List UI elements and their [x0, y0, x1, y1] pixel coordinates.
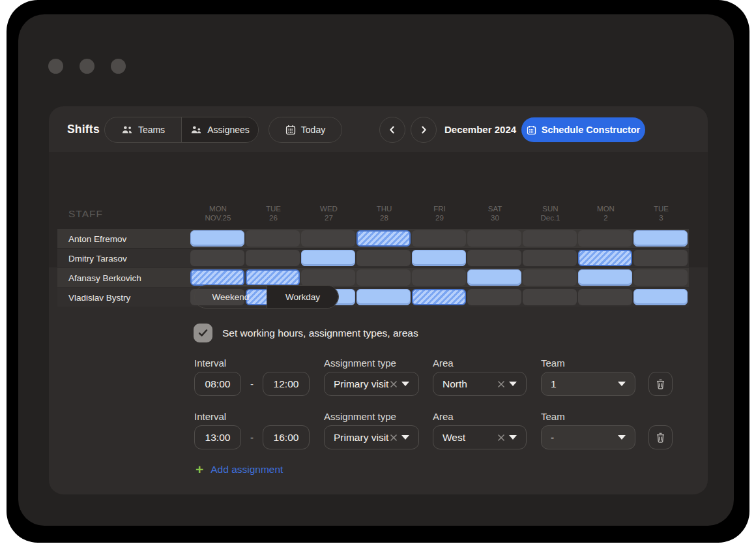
shift-cell[interactable]	[301, 250, 355, 266]
shift-cell[interactable]	[412, 230, 466, 247]
shift-cell[interactable]	[633, 250, 688, 266]
delete-assignment-button[interactable]	[648, 372, 673, 396]
chevron-down-icon	[509, 435, 517, 440]
day-header-dow: MON	[190, 204, 246, 213]
shift-cell[interactable]	[578, 289, 632, 305]
teams-icon	[121, 125, 133, 134]
trash-icon	[656, 432, 665, 443]
shift-cell[interactable]	[246, 230, 300, 247]
staff-name: Anton Efremov	[68, 234, 126, 243]
day-header: SAT30	[467, 204, 523, 222]
clear-icon[interactable]	[389, 433, 398, 442]
chevron-down-icon	[401, 435, 409, 440]
shift-cell[interactable]	[412, 289, 466, 305]
day-header: THU28	[356, 204, 412, 222]
interval-from-input[interactable]: 13:00	[194, 425, 241, 449]
daytype-switcher: Weekend Workday	[194, 285, 339, 309]
clear-icon[interactable]	[389, 380, 398, 389]
next-week-button[interactable]	[411, 117, 437, 143]
day-header: MON2	[578, 204, 633, 222]
today-button[interactable]: Today	[269, 117, 342, 143]
day-header-dow: FRI	[412, 204, 467, 213]
day-header: FRI29	[412, 204, 467, 222]
shift-cell[interactable]	[467, 230, 521, 247]
settings-checkbox[interactable]	[194, 324, 212, 342]
shift-cell[interactable]	[190, 250, 244, 266]
staff-row: Anton Efremov	[57, 229, 689, 248]
shift-cell[interactable]	[356, 289, 411, 305]
assignment-type-select[interactable]: Primary visit	[324, 425, 419, 449]
shift-cell[interactable]	[578, 230, 632, 247]
shift-cell[interactable]	[356, 230, 411, 247]
interval-from-input[interactable]: 08:00	[194, 372, 241, 396]
shift-cell[interactable]	[467, 269, 521, 286]
team-select[interactable]: 1	[541, 372, 635, 396]
day-header: TUE26	[246, 204, 301, 222]
window-dot-1[interactable]	[48, 59, 63, 74]
tab-workday[interactable]: Workday	[267, 286, 338, 308]
shift-cell[interactable]	[356, 269, 411, 286]
tab-workday-label: Workday	[285, 292, 320, 302]
shift-cell[interactable]	[356, 250, 411, 266]
prev-week-button[interactable]	[379, 117, 405, 143]
shift-cell[interactable]	[246, 250, 300, 266]
team-label: Team	[541, 357, 565, 369]
shift-cell[interactable]	[578, 250, 632, 266]
team-select[interactable]: -	[541, 425, 635, 449]
assignment-row: IntervalAssignment typeAreaTeam08:00-12:…	[194, 357, 696, 397]
schedule-grid: STAFF MONNOV.25TUE26WED27THU28FRI29SAT30…	[49, 152, 708, 267]
shift-cell[interactable]	[523, 269, 577, 286]
app-window: Shifts Teams Assignees	[18, 14, 734, 526]
check-icon	[198, 329, 208, 337]
shift-cell[interactable]	[246, 269, 300, 286]
assignment-type-label: Assignment type	[324, 411, 396, 422]
day-header: MONNOV.25	[190, 204, 246, 222]
window-dot-2[interactable]	[80, 59, 94, 74]
shift-cell[interactable]	[467, 289, 521, 305]
add-assignment-button[interactable]: + Add assignment	[196, 463, 283, 476]
shift-cell[interactable]	[467, 250, 521, 266]
shift-cell[interactable]	[633, 230, 688, 247]
tab-weekend[interactable]: Weekend	[195, 286, 267, 308]
day-header-date: 2	[578, 213, 633, 222]
interval-to-input[interactable]: 16:00	[263, 425, 310, 449]
today-label: Today	[301, 125, 325, 135]
chevron-right-icon	[419, 125, 428, 134]
page-title: Shifts	[67, 123, 100, 136]
team-label: Team	[541, 411, 565, 422]
area-select[interactable]: North	[433, 372, 527, 396]
interval-to-input[interactable]: 12:00	[263, 372, 310, 396]
interval-label: Interval	[194, 411, 226, 422]
shift-cell[interactable]	[523, 289, 577, 305]
area-select[interactable]: West	[433, 425, 527, 449]
interval-label: Interval	[194, 357, 226, 369]
shift-cell[interactable]	[633, 289, 688, 305]
shift-cell[interactable]	[633, 269, 688, 286]
shift-cell[interactable]	[301, 269, 355, 286]
shift-cell[interactable]	[523, 230, 577, 247]
shift-cell[interactable]	[523, 250, 577, 266]
chevron-left-icon	[388, 125, 397, 134]
shift-cell[interactable]	[190, 269, 244, 286]
assignment-row: IntervalAssignment typeAreaTeam13:00-16:…	[194, 411, 696, 450]
clear-icon[interactable]	[497, 433, 506, 442]
staff-column-header: STAFF	[68, 208, 103, 220]
interval-separator: -	[244, 425, 260, 449]
tab-assignees-label: Assignees	[207, 125, 250, 135]
settings-checkbox-row: Set working hours, assignment types, are…	[194, 324, 418, 342]
day-header-date: NOV.25	[190, 213, 246, 222]
team-select-value: -	[551, 432, 618, 444]
day-header-date: 29	[412, 213, 467, 222]
tab-assignees[interactable]: Assignees	[181, 117, 258, 142]
delete-assignment-button[interactable]	[648, 425, 673, 449]
shift-cell[interactable]	[412, 269, 466, 286]
shift-cell[interactable]	[578, 269, 632, 286]
shift-cell[interactable]	[412, 250, 466, 266]
tab-teams[interactable]: Teams	[105, 117, 181, 142]
schedule-constructor-button[interactable]: Schedule Constructor	[521, 117, 645, 142]
clear-icon[interactable]	[497, 380, 506, 389]
shift-cell[interactable]	[301, 230, 355, 247]
shift-cell[interactable]	[190, 230, 244, 247]
assignment-type-select[interactable]: Primary visit	[324, 372, 419, 396]
window-dot-3[interactable]	[111, 59, 126, 74]
